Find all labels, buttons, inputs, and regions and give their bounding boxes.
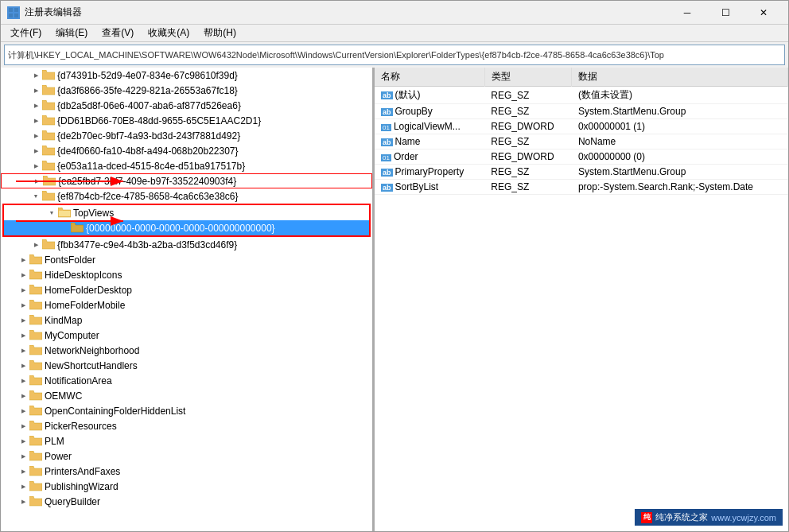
- values-pane[interactable]: 名称 类型 数据 ab(默认)REG_SZ(数值未设置)abGroupByREG…: [375, 68, 788, 531]
- expander-t5[interactable]: [29, 130, 42, 142]
- expander-t4[interactable]: [29, 115, 42, 127]
- menu-help[interactable]: 帮助(H): [197, 25, 243, 41]
- menu-favorites[interactable]: 收藏夹(A): [142, 25, 196, 41]
- expander-t11[interactable]: [17, 254, 29, 266]
- tree-item-t5[interactable]: {de2b70ec-9bf7-4a93-bd3d-243f7881d492}: [1, 128, 372, 143]
- cell-type: REG_DWORD: [484, 150, 572, 165]
- expander-t16[interactable]: [17, 329, 29, 342]
- svg-marker-20: [29, 300, 42, 309]
- expander-t15[interactable]: [17, 314, 29, 327]
- expander-t25[interactable]: [17, 465, 29, 478]
- tree-item-t17[interactable]: NetworkNeighborhood: [1, 343, 372, 358]
- expander-t22[interactable]: [17, 420, 29, 433]
- tree-item-t18[interactable]: NewShortcutHandlers: [1, 358, 372, 373]
- expander-t18[interactable]: [17, 359, 29, 372]
- expander-t3[interactable]: [29, 99, 42, 112]
- folder-icon-t11: [29, 254, 42, 265]
- expander-t6[interactable]: [29, 145, 42, 157]
- svg-marker-8: [42, 130, 55, 140]
- folder-icon-t19: [29, 375, 42, 386]
- expander-t2[interactable]: [29, 84, 42, 97]
- expander-t19[interactable]: [17, 375, 29, 387]
- close-button[interactable]: ✕: [745, 1, 782, 25]
- tree-item-t22[interactable]: PickerResources: [1, 418, 372, 433]
- expander-t8[interactable]: [30, 175, 43, 188]
- svg-marker-21: [29, 315, 42, 324]
- tree-pane[interactable]: {d74391b-52d9-4e07-834e-67c98610f39d} {d…: [1, 68, 375, 531]
- tree-item-t20[interactable]: OEMWC: [1, 388, 372, 403]
- table-row[interactable]: abSortByListREG_SZprop:-System.Search.Ra…: [375, 180, 788, 195]
- tree-item-t25[interactable]: PrintersAndFaxes: [1, 464, 372, 479]
- cell-data: System.StartMenu.Group: [572, 104, 788, 119]
- svg-marker-15: [71, 223, 84, 232]
- tree-item-t10[interactable]: {fbb3477e-c9e4-4b3b-a2ba-d3f5d3cd46f9}: [1, 237, 372, 252]
- tree-item-t26[interactable]: PublishingWizard: [1, 479, 372, 494]
- expander-t17[interactable]: [17, 344, 29, 357]
- tree-item-t13[interactable]: HomeFolderDesktop: [1, 282, 372, 297]
- tree-item-t7[interactable]: {e053a11a-dced-4515-8c4e-d51ba917517b}: [1, 158, 372, 173]
- svg-marker-22: [29, 330, 42, 340]
- expander-t1[interactable]: [29, 69, 42, 82]
- expander-t24[interactable]: [17, 450, 29, 463]
- tree-item-t23[interactable]: PLM: [1, 433, 372, 449]
- expander-t10[interactable]: [29, 239, 42, 251]
- expander-t12[interactable]: [17, 269, 29, 282]
- expander-t14[interactable]: [17, 299, 29, 312]
- tree-item-t27[interactable]: QueryBuilder: [1, 494, 372, 509]
- menu-bar: 文件(F) 编辑(E) 查看(V) 收藏夹(A) 帮助(H): [1, 25, 788, 42]
- table-row[interactable]: abPrimaryPropertyREG_SZSystem.StartMenu.…: [375, 165, 788, 180]
- expander-t7[interactable]: [29, 160, 42, 173]
- maximize-button[interactable]: ☐: [707, 1, 744, 25]
- menu-edit[interactable]: 编辑(E): [49, 25, 94, 41]
- expander-t13[interactable]: [17, 284, 29, 297]
- tree-item-topviews[interactable]: TopViews: [4, 205, 369, 220]
- menu-view[interactable]: 查看(V): [95, 25, 140, 41]
- table-row[interactable]: ab(默认)REG_SZ(数值未设置): [375, 87, 788, 104]
- tree-item-t12[interactable]: HideDesktopIcons: [1, 267, 372, 282]
- tree-item-t11[interactable]: FontsFolder: [1, 252, 372, 267]
- cell-name: abName: [375, 134, 484, 150]
- svg-marker-27: [29, 406, 42, 415]
- folder-icon-t8: [43, 176, 56, 186]
- expander-t26[interactable]: [17, 480, 29, 493]
- title-bar: 注册表编辑器 ─ ☐ ✕: [1, 1, 788, 25]
- expander-t23[interactable]: [17, 435, 29, 448]
- tree-item-t4[interactable]: {DD61BD66-70E8-48dd-9655-65C5E1AAC2D1}: [1, 113, 372, 128]
- table-row[interactable]: 01LogicalViewM...REG_DWORD0x00000001 (1): [375, 119, 788, 134]
- tree-label-t3: {db2a5d8f-06e6-4007-aba6-af877d526ea6}: [57, 100, 241, 111]
- table-row[interactable]: abNameREG_SZNoName: [375, 134, 788, 150]
- tree-item-t19[interactable]: NotificationArea: [1, 373, 372, 388]
- tree-item-t6[interactable]: {de4f0660-fa10-4b8f-a494-068b20b22307}: [1, 143, 372, 158]
- tree-label-zero-guid: {00000000-0000-0000-0000-000000000000}: [86, 223, 275, 234]
- tree-item-t15[interactable]: KindMap: [1, 313, 372, 328]
- tree-item-t2[interactable]: {da3f6866-35fe-4229-821a-26553a67fc18}: [1, 83, 372, 98]
- tree-item-t16[interactable]: MyComputer: [1, 328, 372, 343]
- address-bar[interactable]: 计算机\HKEY_LOCAL_MACHINE\SOFTWARE\WOW6432N…: [4, 45, 785, 65]
- expander-t21[interactable]: [17, 405, 29, 417]
- tree-item-t9[interactable]: {ef87b4cb-f2ce-4785-8658-4ca6c63e38c6}: [1, 188, 372, 204]
- cell-data: System.StartMenu.Group: [572, 165, 788, 180]
- tree-label-t1: {d74391b-52d9-4e07-834e-67c98610f39d}: [57, 70, 238, 81]
- tree-item-zero-guid[interactable]: {00000000-0000-0000-0000-000000000000}: [4, 220, 369, 235]
- col-data: 数据: [572, 68, 788, 87]
- expander-topviews[interactable]: [45, 207, 58, 219]
- table-row[interactable]: 01OrderREG_DWORD0x00000000 (0): [375, 150, 788, 165]
- menu-file[interactable]: 文件(F): [4, 25, 48, 41]
- expander-t27[interactable]: [17, 495, 29, 508]
- watermark-url: www.ycwjzy.com: [711, 513, 776, 522]
- tree-item-t3[interactable]: {db2a5d8f-06e6-4007-aba6-af877d526ea6}: [1, 98, 372, 113]
- tree-item-t1[interactable]: {d74391b-52d9-4e07-834e-67c98610f39d}: [1, 68, 372, 83]
- svg-marker-29: [29, 436, 42, 445]
- svg-rect-0: [9, 8, 13, 12]
- expander-t9[interactable]: [29, 190, 42, 203]
- tree-item-t14[interactable]: HomeFolderMobile: [1, 297, 372, 313]
- expander-t20[interactable]: [17, 390, 29, 402]
- tree-item-t21[interactable]: OpenContainingFolderHiddenList: [1, 403, 372, 418]
- tree-item-t8[interactable]: {ea25fbd7-3bf7-409e-b97f-3352240903f4}: [1, 173, 372, 188]
- table-row[interactable]: abGroupByREG_SZSystem.StartMenu.Group: [375, 104, 788, 119]
- tree-item-t24[interactable]: Power: [1, 449, 372, 464]
- svg-rect-2: [9, 14, 13, 17]
- folder-icon-zero-guid: [71, 223, 84, 233]
- minimize-button[interactable]: ─: [669, 1, 705, 25]
- folder-icon-t6: [42, 146, 55, 156]
